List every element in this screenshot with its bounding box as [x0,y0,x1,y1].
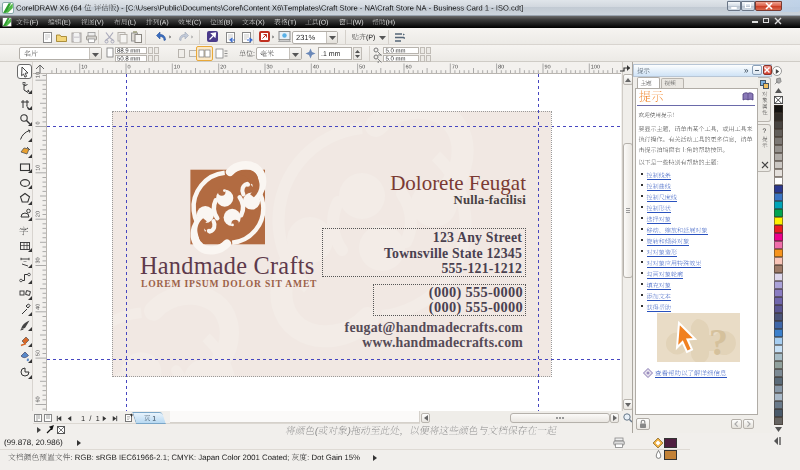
svg-text:?: ? [709,321,728,362]
